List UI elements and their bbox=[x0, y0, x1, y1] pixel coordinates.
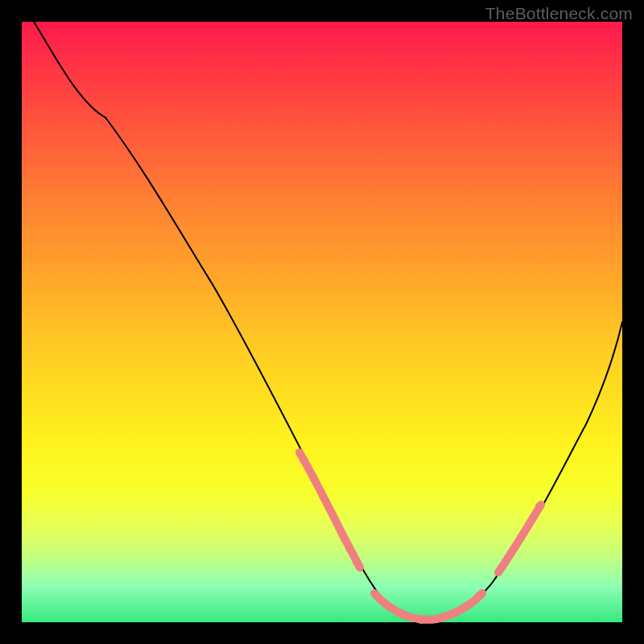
svg-point-18 bbox=[526, 518, 535, 526]
svg-point-0 bbox=[299, 456, 308, 464]
svg-point-15 bbox=[497, 564, 506, 572]
watermark-text: TheBottleneck.com bbox=[485, 4, 633, 23]
svg-point-11 bbox=[433, 615, 441, 623]
svg-point-19 bbox=[535, 502, 543, 510]
svg-point-13 bbox=[462, 602, 470, 610]
curve-svg bbox=[22, 22, 622, 622]
svg-point-16 bbox=[507, 549, 515, 557]
svg-point-2 bbox=[319, 492, 327, 500]
chart-frame: TheBottleneck.com bbox=[0, 0, 644, 644]
svg-point-10 bbox=[417, 616, 425, 624]
svg-point-3 bbox=[328, 510, 336, 518]
svg-point-6 bbox=[353, 558, 361, 566]
svg-point-1 bbox=[309, 473, 317, 481]
svg-point-8 bbox=[386, 604, 394, 612]
svg-point-4 bbox=[337, 528, 345, 536]
bottleneck-curve-path bbox=[34, 22, 622, 620]
svg-point-5 bbox=[345, 544, 353, 552]
svg-point-14 bbox=[475, 592, 483, 600]
svg-point-17 bbox=[517, 534, 525, 542]
svg-point-7 bbox=[374, 592, 382, 601]
plot-gradient-area bbox=[22, 22, 622, 622]
marker-beads bbox=[299, 456, 543, 624]
svg-point-9 bbox=[401, 612, 409, 620]
svg-point-12 bbox=[448, 610, 456, 618]
